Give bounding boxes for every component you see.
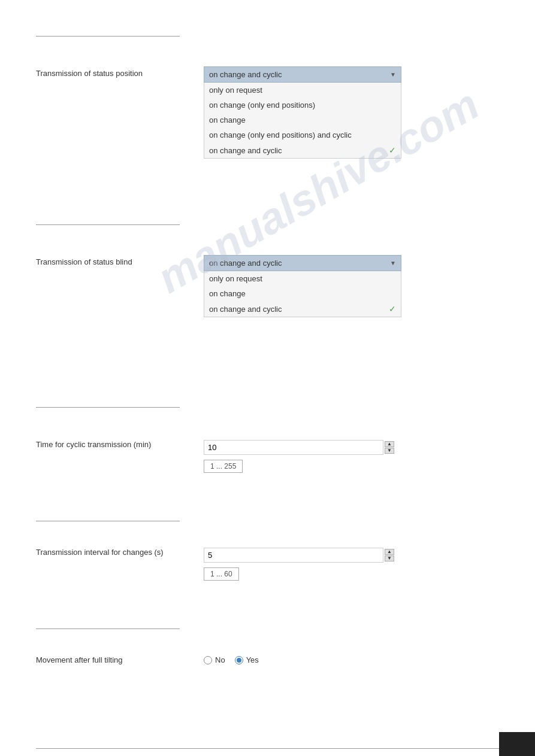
divider-3 [36, 407, 180, 408]
range-badge-interval: 1 ... 60 [204, 567, 239, 581]
section-status-blind: Transmission of status blind on change a… [36, 255, 499, 317]
spinner-interval: ▲ ▼ [385, 549, 394, 561]
section-transmission-interval: Transmission interval for changes (s) ▲ … [36, 545, 499, 581]
control-status-position: on change and cyclic ▼ only on request o… [204, 66, 499, 159]
option-text: only on request [209, 86, 262, 95]
dropdown-status-blind-list: only on request on change on change and … [204, 271, 401, 317]
option-text: only on request [209, 274, 262, 283]
bottom-divider [36, 748, 499, 749]
control-cyclic-transmission: ▲ ▼ 1 ... 255 [204, 438, 499, 473]
dropdown-status-position-value: on change and cyclic [209, 70, 282, 79]
label-cyclic-transmission: Time for cyclic transmission (min) [36, 438, 204, 449]
field-row-transmission-interval: Transmission interval for changes (s) ▲ … [36, 545, 499, 581]
spinner-cyclic: ▲ ▼ [385, 441, 394, 454]
section-status-position: Transmission of status position on chang… [36, 66, 499, 159]
option-text: on change [209, 116, 246, 125]
field-row-cyclic-transmission: Time for cyclic transmission (min) ▲ ▼ 1… [36, 438, 499, 473]
field-row-movement-tilting: Movement after full tilting No Yes [36, 653, 499, 664]
spin-up-button[interactable]: ▲ [385, 549, 394, 555]
section-cyclic-transmission: Time for cyclic transmission (min) ▲ ▼ 1… [36, 438, 499, 473]
spin-down-button[interactable]: ▼ [385, 448, 394, 454]
dropdown-status-blind-selected[interactable]: on change and cyclic ▼ [204, 255, 401, 271]
control-movement-tilting: No Yes [204, 653, 499, 664]
checkmark-icon: ✓ [389, 145, 396, 155]
dropdown-status-position-list: only on request on change (only end posi… [204, 83, 401, 159]
list-item-selected[interactable]: on change and cyclic ✓ [204, 301, 401, 317]
option-text: on change and cyclic [209, 305, 282, 314]
checkmark-icon: ✓ [389, 304, 396, 314]
control-status-blind: on change and cyclic ▼ only on request o… [204, 255, 499, 317]
radio-label-no: No [215, 655, 225, 664]
list-item[interactable]: on change [204, 286, 401, 301]
label-status-position: Transmission of status position [36, 66, 204, 78]
transmission-interval-input[interactable] [204, 548, 383, 563]
label-movement-tilting: Movement after full tilting [36, 653, 204, 664]
radio-option-no[interactable]: No [204, 655, 225, 664]
field-row-status-position: Transmission of status position on chang… [36, 66, 499, 159]
top-divider [36, 36, 180, 37]
list-item[interactable]: only on request [204, 83, 401, 98]
divider-2 [36, 224, 180, 225]
spin-up-button[interactable]: ▲ [385, 441, 394, 447]
number-input-row-cyclic: ▲ ▼ [204, 440, 499, 455]
list-item[interactable]: on change [204, 113, 401, 127]
radio-circle-yes[interactable] [235, 656, 243, 664]
list-item[interactable]: only on request [204, 271, 401, 286]
list-item-selected[interactable]: on change and cyclic ✓ [204, 142, 401, 158]
label-transmission-interval: Transmission interval for changes (s) [36, 545, 204, 557]
option-text: on change and cyclic [209, 146, 282, 155]
spin-down-button[interactable]: ▼ [385, 555, 394, 561]
section-movement-tilting: Movement after full tilting No Yes [36, 653, 499, 664]
page-content: manualshive.com Transmission of status p… [0, 0, 535, 756]
list-item[interactable]: on change (only end positions) [204, 98, 401, 113]
option-text: on change (only end positions) and cycli… [209, 130, 352, 139]
bottom-bar [499, 732, 535, 756]
range-badge-cyclic: 1 ... 255 [204, 460, 243, 473]
option-text: on change (only end positions) [209, 101, 315, 110]
radio-group-tilting: No Yes [204, 653, 499, 664]
radio-label-yes: Yes [246, 655, 259, 664]
cyclic-transmission-input[interactable] [204, 440, 383, 455]
option-text: on change [209, 289, 246, 298]
radio-option-yes[interactable]: Yes [235, 655, 259, 664]
label-status-blind: Transmission of status blind [36, 255, 204, 266]
field-row-status-blind: Transmission of status blind on change a… [36, 255, 499, 317]
chevron-down-icon: ▼ [390, 71, 396, 78]
number-input-row-interval: ▲ ▼ [204, 548, 499, 563]
dropdown-status-blind-value: on change and cyclic [209, 259, 282, 268]
list-item[interactable]: on change (only end positions) and cycli… [204, 127, 401, 142]
radio-circle-no[interactable] [204, 656, 212, 664]
control-transmission-interval: ▲ ▼ 1 ... 60 [204, 545, 499, 581]
chevron-down-icon: ▼ [390, 260, 396, 266]
dropdown-status-position-selected[interactable]: on change and cyclic ▼ [204, 66, 401, 83]
